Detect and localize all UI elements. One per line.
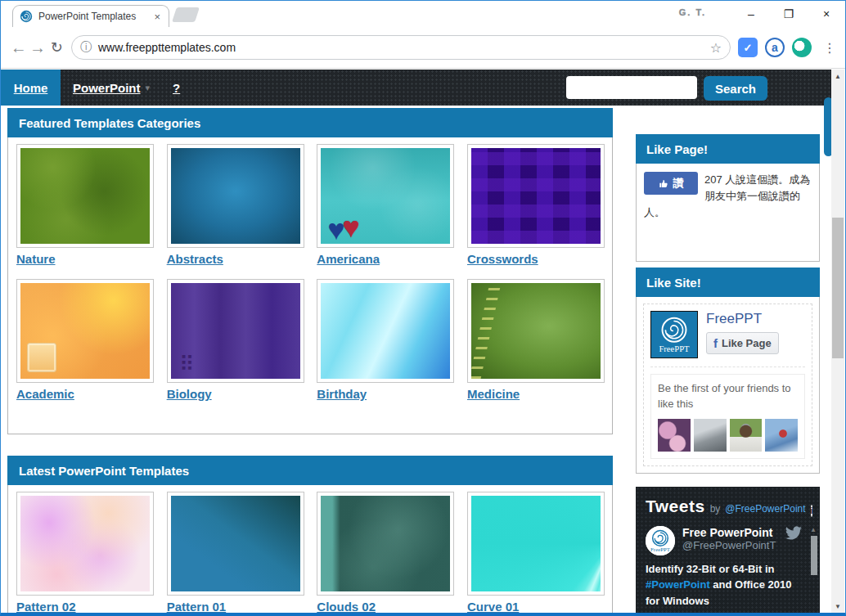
browser-scrollbar[interactable]: ▲ ▼ [831, 70, 844, 613]
tweet-hashtag-link[interactable]: #PowerPoint [646, 578, 710, 591]
template-image [321, 283, 450, 379]
template-card: Birthday [317, 279, 454, 414]
address-bar[interactable]: ⓘ www.freeppttemplates.com ☆ [71, 35, 731, 60]
friend-avatar [730, 419, 763, 452]
friends-box: Be the first of your friends to like thi… [650, 374, 805, 459]
tweets-title: Tweets [646, 497, 705, 516]
template-thumbnail-abstracts[interactable] [167, 144, 304, 248]
search-button[interactable]: Search [704, 76, 767, 101]
extensions-row: ✓ a ⋮ [738, 38, 837, 57]
template-image [471, 283, 601, 379]
template-link-medicine[interactable]: Medicine [467, 387, 520, 401]
template-image [20, 283, 150, 379]
browser-menu-icon[interactable]: ⋮ [822, 40, 837, 56]
tweet-avatar[interactable]: FreePPT [646, 526, 675, 555]
template-image [20, 496, 150, 591]
info-icon[interactable]: i [811, 505, 813, 517]
template-card: Curve 01 [467, 492, 605, 614]
template-link-curve-01[interactable]: Curve 01 [467, 600, 519, 614]
thumbs-up-icon [659, 178, 669, 189]
scrollbar-down-icon[interactable]: ▼ [831, 600, 844, 613]
scrollbar-thumb[interactable] [832, 218, 844, 358]
template-thumbnail-academic[interactable] [16, 279, 154, 383]
template-thumbnail-clouds-02[interactable] [317, 492, 454, 596]
template-link-pattern-02[interactable]: Pattern 02 [16, 600, 76, 614]
template-thumbnail-birthday[interactable] [317, 279, 454, 383]
close-button[interactable]: × [808, 1, 845, 27]
forward-icon[interactable]: → [28, 38, 47, 57]
logo-text: FreePPT [659, 344, 690, 353]
tab-close-icon[interactable]: × [152, 11, 162, 23]
template-thumbnail-crosswords[interactable] [467, 144, 605, 248]
template-link-academic[interactable]: Academic [16, 387, 74, 401]
template-thumbnail-pattern-01[interactable] [167, 492, 304, 596]
template-link-clouds-02[interactable]: Clouds 02 [317, 600, 376, 614]
tweets-scrollbar-thumb[interactable] [811, 536, 817, 575]
template-thumbnail-biology[interactable] [167, 279, 304, 383]
template-thumbnail-nature[interactable] [16, 144, 154, 248]
svg-text:FreePPT: FreePPT [650, 546, 671, 552]
main-column: Featured Templates Categories Nature Abs… [7, 108, 613, 614]
template-image [321, 496, 450, 591]
tweet-url-link[interactable]: indezine.com/products/power… [646, 610, 806, 614]
featured-section-title: Featured Templates Categories [7, 108, 613, 137]
extension-swirl-icon[interactable] [792, 38, 812, 57]
window-controls: – ❐ × [732, 1, 845, 27]
template-link-pattern-01[interactable]: Pattern 01 [167, 600, 227, 614]
reload-icon[interactable]: ↻ [47, 38, 66, 56]
template-link-biology[interactable]: Biology [167, 387, 212, 401]
template-thumbnail-curve-01[interactable] [467, 492, 605, 596]
page-info-icon[interactable]: ⓘ [80, 40, 92, 55]
template-link-abstracts[interactable]: Abstracts [167, 252, 223, 266]
like-page-widget: 讚 207 人說這個讚。成為朋友中第一個說讚的人。 [636, 164, 820, 262]
twitter-bird-icon[interactable] [785, 526, 802, 555]
minimize-button[interactable]: – [732, 1, 770, 27]
back-icon[interactable]: ← [9, 38, 28, 57]
extension-flow-icon[interactable]: ✓ [738, 38, 758, 57]
template-link-crosswords[interactable]: Crosswords [467, 252, 538, 266]
template-thumbnail-americana[interactable] [317, 144, 454, 248]
template-link-nature[interactable]: Nature [16, 252, 56, 266]
template-link-americana[interactable]: Americana [317, 252, 380, 266]
template-image [171, 283, 300, 379]
maximize-button[interactable]: ❐ [770, 1, 808, 27]
friends-text: Be the first of your friends to like thi… [658, 381, 798, 412]
browser-toolbar: ← → ↻ ⓘ www.freeppttemplates.com ☆ ✓ a ⋮ [1, 27, 845, 69]
template-card: Abstracts [167, 144, 304, 279]
nav-item-help[interactable]: ? [173, 81, 180, 95]
nav-item-home[interactable]: Home [1, 70, 61, 106]
page-viewport: Home PowerPoint ▾ ? Search Featured Temp… [1, 70, 832, 614]
new-tab-button[interactable] [172, 7, 200, 22]
template-image [321, 148, 450, 244]
title-bar: PowerPoint Templates × G. T. – ❐ × [1, 1, 845, 27]
tweets-scroll-up-icon[interactable]: ▲ [810, 526, 817, 533]
friend-avatars [658, 419, 798, 452]
latest-section-title: Latest PowerPoint Templates [7, 456, 613, 485]
freeppt-logo[interactable]: FreePPT [650, 311, 698, 358]
template-card: Crosswords [467, 144, 605, 279]
scrollbar-up-icon[interactable]: ▲ [831, 70, 844, 83]
search-input[interactable] [566, 76, 697, 99]
profile-name[interactable]: G. T. [679, 7, 706, 17]
template-link-birthday[interactable]: Birthday [317, 387, 367, 401]
extension-a-icon[interactable]: a [765, 38, 785, 57]
url-text[interactable]: www.freeppttemplates.com [98, 41, 704, 54]
tweet[interactable]: FreePPT Free PowerPoint @FreePowerPointT… [636, 523, 820, 614]
template-image [20, 148, 150, 244]
facebook-page-link[interactable]: FreePPT [706, 311, 779, 327]
browser-tab[interactable]: PowerPoint Templates × [12, 5, 169, 27]
template-thumbnail-medicine[interactable] [467, 279, 605, 383]
facebook-like-button[interactable]: 讚 [644, 172, 698, 195]
bookmark-star-icon[interactable]: ☆ [710, 40, 722, 56]
facebook-like-page-button[interactable]: f Like Page [706, 332, 779, 354]
template-thumbnail-pattern-02[interactable] [16, 492, 154, 596]
tweets-widget: Tweets by @FreePowerPoint i FreePPT [636, 487, 820, 614]
friend-avatar [658, 419, 691, 452]
tweets-handle-link[interactable]: @FreePowerPoint [725, 503, 805, 515]
template-image [471, 496, 601, 591]
tweet-account-handle[interactable]: @FreePowerPointT [682, 539, 778, 551]
chevron-down-icon: ▾ [146, 83, 151, 93]
tweet-account-name[interactable]: Free PowerPoint [682, 526, 778, 539]
nav-item-powerpoint[interactable]: PowerPoint [73, 81, 141, 95]
tab-title: PowerPoint Templates [38, 11, 146, 22]
